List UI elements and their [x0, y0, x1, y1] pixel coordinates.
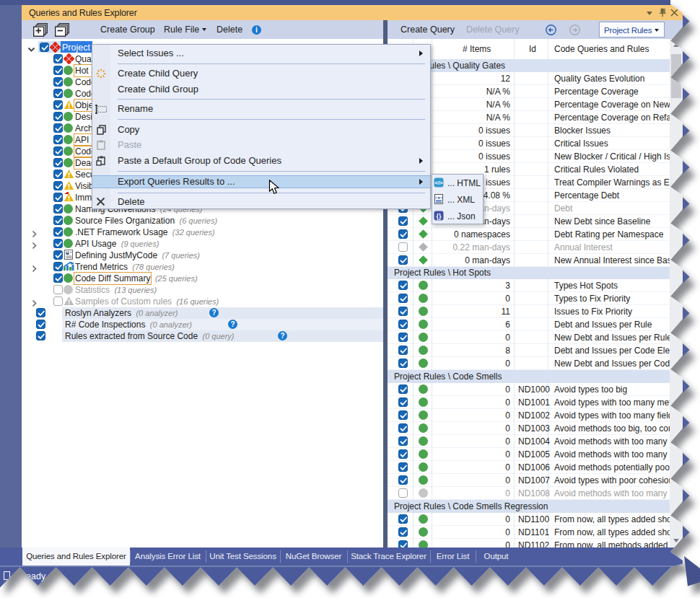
svg-text:</>: </> — [434, 180, 443, 186]
svg-text:<●>: <●> — [435, 195, 443, 200]
svg-text:{}: {} — [436, 213, 442, 220]
